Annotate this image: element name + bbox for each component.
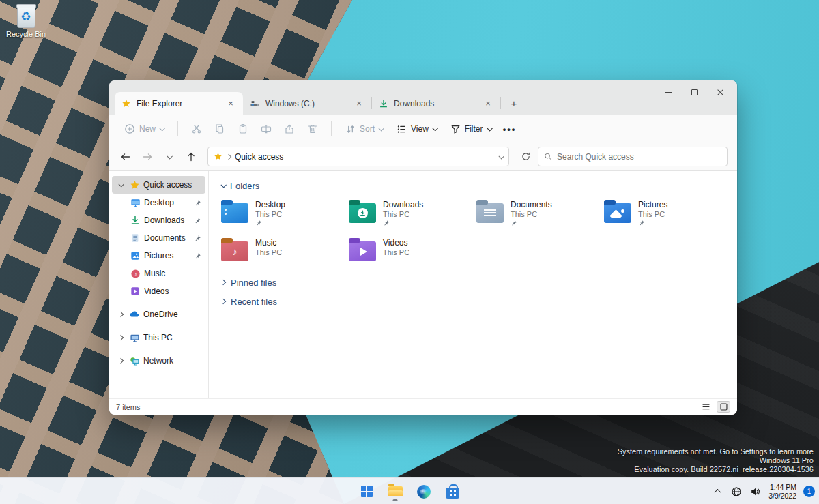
details-view-button[interactable]	[699, 401, 713, 413]
up-button[interactable]	[182, 147, 201, 166]
pinned-files-section-header[interactable]: Pinned files	[221, 274, 737, 291]
recent-locations-button[interactable]	[160, 147, 179, 166]
breadcrumb[interactable]: Quick access	[207, 147, 509, 166]
sidebar-item-music[interactable]: ♪ Music	[112, 265, 205, 282]
tile-name: Documents	[511, 200, 552, 209]
tab-windows-c[interactable]: Windows (C:) ×	[243, 92, 371, 115]
recent-files-label: Recent files	[231, 297, 277, 307]
minimize-button[interactable]	[655, 83, 681, 101]
rename-button[interactable]	[256, 119, 276, 138]
documents-folder-icon	[476, 203, 504, 223]
taskbar-file-explorer-button[interactable]	[386, 481, 405, 502]
music-icon: ♪	[130, 269, 141, 279]
search-input[interactable]	[557, 152, 721, 162]
tab-file-explorer[interactable]: File Explorer ×	[115, 92, 243, 115]
chevron-down-icon[interactable]	[498, 153, 504, 159]
pictures-folder-icon	[604, 203, 631, 223]
sidebar-item-videos[interactable]: Videos	[112, 282, 205, 300]
network-status-icon[interactable]	[730, 486, 743, 498]
recycle-bin-shortcut[interactable]: ♻ Recycle Bin	[4, 5, 48, 38]
tab-close-icon[interactable]: ×	[354, 98, 364, 109]
taskbar-edge-button[interactable]	[414, 481, 433, 502]
arrow-right-icon	[142, 151, 153, 162]
new-label: New	[139, 124, 156, 134]
recent-files-section-header[interactable]: Recent files	[221, 293, 737, 310]
large-icons-view-button[interactable]	[717, 401, 730, 413]
forward-button[interactable]	[138, 147, 157, 166]
share-button[interactable]	[279, 119, 300, 138]
downloads-folder-icon	[349, 203, 376, 223]
address-bar: Quick access	[109, 143, 737, 171]
command-bar: New Sort	[109, 115, 737, 143]
delete-button[interactable]	[302, 119, 323, 138]
copy-button[interactable]	[210, 119, 230, 138]
pin-icon	[194, 199, 201, 207]
close-button[interactable]	[707, 83, 733, 101]
pin-icon	[383, 220, 423, 226]
rename-icon	[261, 123, 272, 134]
chevron-right-icon	[118, 312, 124, 317]
arrow-left-icon	[120, 151, 131, 162]
tray-overflow-button[interactable]	[711, 486, 723, 498]
sidebar-item-documents[interactable]: Documents	[112, 229, 205, 247]
windows-logo-icon	[361, 486, 373, 497]
folder-tile-music[interactable]: ♪ Music This PC	[221, 236, 349, 271]
tab-close-icon[interactable]: ×	[483, 98, 493, 109]
download-icon	[379, 99, 388, 108]
tile-name: Music	[255, 238, 282, 248]
maximize-button[interactable]	[681, 83, 707, 101]
sidebar-item-onedrive[interactable]: OneDrive	[112, 306, 205, 323]
new-button[interactable]: New	[119, 119, 169, 138]
sort-button[interactable]: Sort	[340, 120, 388, 138]
back-button[interactable]	[116, 147, 135, 166]
filter-button[interactable]: Filter	[445, 120, 497, 138]
tab-strip: File Explorer × Windows (C:) × Downloads…	[109, 80, 737, 115]
cut-button[interactable]	[186, 119, 207, 138]
sidebar-item-label: OneDrive	[143, 310, 201, 319]
tab-close-icon[interactable]: ×	[225, 98, 236, 109]
folder-tile-documents[interactable]: Documents This PC	[476, 198, 604, 233]
volume-icon[interactable]	[749, 486, 762, 498]
arrow-up-icon	[186, 151, 197, 162]
more-options-button[interactable]: •••	[500, 119, 520, 138]
notification-badge[interactable]: 1	[803, 486, 815, 497]
view-button[interactable]: View	[391, 120, 442, 138]
sidebar-item-quick-access[interactable]: Quick access	[112, 176, 205, 194]
folder-tile-desktop[interactable]: Desktop This PC	[221, 198, 349, 233]
sidebar-item-label: Downloads	[144, 216, 190, 225]
pin-icon	[194, 235, 201, 242]
sidebar-item-this-pc[interactable]: This PC	[112, 329, 205, 346]
cut-icon	[191, 123, 202, 134]
onedrive-icon	[129, 309, 140, 320]
paste-button[interactable]	[233, 119, 253, 138]
folder-tile-videos[interactable]: Videos This PC	[349, 236, 476, 271]
sidebar-item-desktop[interactable]: Desktop	[112, 194, 205, 211]
videos-folder-icon	[349, 241, 376, 261]
sidebar-item-network[interactable]: Network	[112, 352, 205, 370]
chevron-down-icon	[487, 125, 492, 131]
taskbar-clock[interactable]: 1:44 PM 3/9/2022	[768, 483, 796, 500]
star-icon	[214, 152, 222, 161]
tab-downloads[interactable]: Downloads ×	[372, 92, 500, 115]
file-explorer-window: File Explorer × Windows (C:) × Downloads…	[109, 80, 737, 415]
folder-tile-pictures[interactable]: Pictures This PC	[604, 198, 732, 233]
search-icon	[544, 152, 552, 161]
trash-icon	[307, 123, 318, 134]
ellipsis-icon: •••	[503, 124, 517, 134]
sidebar-item-downloads[interactable]: Downloads	[112, 211, 205, 229]
refresh-button[interactable]	[516, 147, 535, 166]
new-tab-button[interactable]: +	[505, 94, 523, 112]
search-box[interactable]	[538, 147, 728, 166]
breadcrumb-location[interactable]: Quick access	[235, 152, 495, 162]
sidebar-item-pictures[interactable]: Pictures	[112, 247, 205, 265]
chevron-down-icon	[159, 125, 164, 131]
tile-name: Downloads	[383, 200, 423, 209]
watermark-line2: Windows 11 Pro	[618, 456, 814, 465]
tile-name: Videos	[383, 238, 410, 248]
folders-section-header[interactable]: Folders	[221, 179, 737, 192]
taskbar-store-button[interactable]	[443, 481, 462, 502]
recycle-bin-label: Recycle Bin	[4, 30, 48, 38]
folder-tile-downloads[interactable]: Downloads This PC	[349, 198, 476, 233]
tab-label: Windows (C:)	[265, 99, 348, 108]
start-button[interactable]	[357, 481, 376, 502]
